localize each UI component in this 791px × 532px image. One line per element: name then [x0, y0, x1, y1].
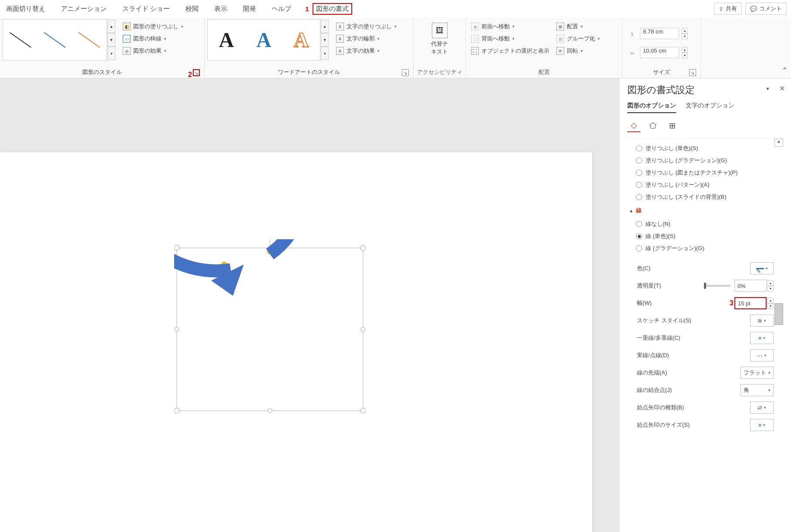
- scroll-thumb[interactable]: [774, 303, 783, 325]
- tab-review[interactable]: 校閲: [184, 2, 200, 16]
- transparency-slider[interactable]: [704, 285, 730, 287]
- dash-type-dd[interactable]: ⋯▾: [750, 349, 774, 361]
- group-label-wordart: ワードアートのスタイル↘: [207, 67, 411, 78]
- pane-icon-effects[interactable]: ⬠: [646, 119, 660, 132]
- shape-outline-menu[interactable]: ▭図形の枠線▾: [122, 34, 184, 43]
- tab-help[interactable]: ヘルプ: [270, 2, 293, 16]
- shape-effects-menu[interactable]: ◎図形の効果▾: [122, 46, 184, 56]
- svg-point-10: [361, 327, 365, 331]
- svg-point-8: [360, 408, 366, 413]
- tab-view[interactable]: 表示: [212, 2, 229, 16]
- rotate-icon: ⟳: [556, 47, 564, 55]
- pane-scrollbar[interactable]: ▲: [774, 139, 783, 527]
- group-label-accessibility: アクセシビリティ: [416, 67, 463, 78]
- pane-tab-text[interactable]: 文字のオプション: [686, 102, 734, 113]
- text-outline-menu[interactable]: A文字の輪郭▾: [335, 34, 397, 43]
- fill-slide-bg[interactable]: 塗りつぶし (スライドの背景)(B): [627, 191, 783, 203]
- trans-down[interactable]: ▼: [767, 286, 774, 291]
- fill-picture[interactable]: 塗りつぶし (図またはテクスチャ)(P): [627, 167, 783, 179]
- tab-transition[interactable]: 画面切り替え: [4, 2, 47, 16]
- cap-type-dd[interactable]: フラット▾: [741, 367, 774, 379]
- tab-developer[interactable]: 開発: [241, 2, 258, 16]
- wordart-gallery[interactable]: A A A ▲ ▼ ▾: [207, 19, 320, 60]
- prop-join-label: 線の結合点(J): [637, 386, 672, 394]
- align-icon: ⊞: [556, 23, 564, 30]
- prop-dash-label: 実線/点線(D): [637, 351, 669, 359]
- svg-point-6: [360, 245, 366, 251]
- pane-icon-size[interactable]: ⊞: [666, 119, 679, 132]
- fill-pattern[interactable]: 塗りつぶし (パターン)(A): [627, 179, 783, 191]
- pane-dropdown[interactable]: ▼: [765, 86, 770, 91]
- size-launcher[interactable]: ↘: [689, 69, 696, 76]
- width-up[interactable]: ▲: [682, 47, 688, 53]
- begin-arrow-icon: ⇄: [757, 405, 762, 411]
- line-solid[interactable]: 線 (単色)(S): [627, 230, 783, 242]
- rotate-menu[interactable]: ⟳回転▾: [555, 46, 601, 56]
- prop-compound-label: 一重線/多重線(C): [637, 334, 680, 342]
- selection-pane[interactable]: ⛶オブジェクトの選択と表示: [470, 46, 550, 56]
- shape-style-gallery[interactable]: ▲ ▼ ▾: [3, 19, 107, 60]
- text-effects-menu[interactable]: A文字の効果▾: [335, 46, 397, 56]
- wa-gallery-up[interactable]: ▲: [321, 20, 329, 33]
- svg-point-9: [175, 327, 179, 331]
- width-down[interactable]: ▼: [682, 53, 688, 58]
- sketch-style-dd[interactable]: ≋▾: [750, 315, 774, 327]
- line-width-input[interactable]: 15 pt: [734, 297, 767, 309]
- wa-gallery-down[interactable]: ▼: [321, 33, 329, 47]
- gallery-up[interactable]: ▲: [108, 20, 115, 33]
- tab-animation[interactable]: アニメーション: [59, 2, 108, 16]
- height-up[interactable]: ▲: [682, 28, 688, 33]
- line-section-header[interactable]: ▲線: [627, 203, 783, 218]
- shape-fill-menu[interactable]: ◧図形の塗りつぶし▾: [122, 22, 184, 31]
- prop-width-label: 幅(W): [637, 299, 652, 307]
- effects-icon: ◎: [123, 47, 131, 55]
- ribbon-tabs: 画面切り替え アニメーション スライド ショー 校閲 表示 開発 ヘルプ 1 図…: [0, 0, 791, 17]
- svg-point-7: [174, 408, 179, 413]
- format-shape-pane: 図形の書式設定 ▼ ✕ 図形のオプション 文字のオプション ◇ ⬠ ⊞ 塗りつぶ…: [619, 78, 791, 532]
- share-button[interactable]: ⇪共有: [714, 3, 742, 15]
- send-backward: ▢背面へ移動▾: [470, 34, 550, 43]
- group-menu: ▦グループ化▾: [555, 34, 601, 43]
- wordart-launcher[interactable]: ↘: [402, 69, 409, 76]
- pane-icon-fill-line[interactable]: ◇: [627, 119, 640, 132]
- trans-up[interactable]: ▲: [767, 280, 774, 286]
- height-input[interactable]: 8.78 cm: [640, 28, 679, 39]
- annotation-1: 1: [305, 5, 309, 13]
- comment-icon: 💬: [750, 6, 757, 12]
- slide-canvas[interactable]: [0, 78, 619, 532]
- wa-gallery-more[interactable]: ▾: [321, 47, 329, 60]
- shape-styles-launcher[interactable]: ↘: [193, 69, 200, 76]
- gallery-more[interactable]: ▾: [108, 47, 115, 60]
- begin-size-dd[interactable]: ≡▾: [750, 419, 774, 431]
- align-menu[interactable]: ⊞配置▾: [555, 22, 601, 31]
- line-color-picker[interactable]: ✎▾: [750, 262, 774, 274]
- line-gradient[interactable]: 線 (グラデーション)(G): [627, 242, 783, 254]
- linew-down[interactable]: ▼: [767, 303, 774, 309]
- fill-gradient[interactable]: 塗りつぶし (グラデーション)(G): [627, 154, 783, 167]
- begin-arrow-dd[interactable]: ⇄▾: [750, 402, 774, 414]
- outline-icon: ▭: [123, 35, 131, 43]
- height-down[interactable]: ▼: [682, 33, 688, 39]
- comment-button[interactable]: 💬コメント: [745, 3, 787, 15]
- line-none[interactable]: 線なし(N): [627, 218, 783, 230]
- compound-line-dd[interactable]: ≡▾: [750, 332, 774, 344]
- alt-text-icon: 🖼: [432, 23, 448, 38]
- text-fill-menu[interactable]: A文字の塗りつぶし▾: [335, 22, 397, 31]
- join-type-dd[interactable]: 角▾: [741, 384, 774, 396]
- alt-text-button[interactable]: 🖼 代替テ キスト: [426, 19, 453, 59]
- width-input[interactable]: 10.05 cm: [640, 47, 679, 58]
- selected-shape[interactable]: [174, 239, 366, 413]
- pane-close[interactable]: ✕: [779, 84, 785, 93]
- prop-cap-label: 線の先端(A): [637, 369, 667, 377]
- linew-up[interactable]: ▲: [767, 298, 774, 303]
- ribbon-collapse[interactable]: ⌃: [782, 66, 788, 74]
- gallery-down[interactable]: ▼: [108, 33, 115, 47]
- tab-shape-format[interactable]: 図形の書式: [313, 3, 352, 15]
- tab-slideshow[interactable]: スライド ショー: [121, 2, 172, 16]
- fill-icon: ◧: [123, 23, 131, 30]
- transparency-input[interactable]: 0%: [734, 280, 767, 292]
- pane-scroll-area[interactable]: 塗りつぶし (単色)(S) 塗りつぶし (グラデーション)(G) 塗りつぶし (…: [627, 138, 783, 527]
- fill-solid[interactable]: 塗りつぶし (単色)(S): [627, 142, 783, 154]
- pane-tab-shape[interactable]: 図形のオプション: [627, 102, 676, 113]
- group-label-arrange: 配置: [468, 67, 619, 78]
